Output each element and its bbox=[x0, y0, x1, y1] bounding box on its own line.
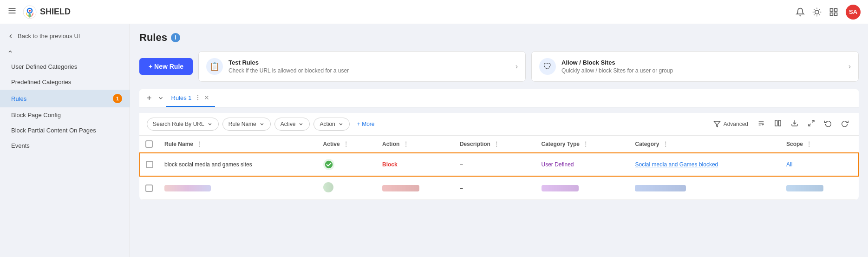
page-header: Rules i bbox=[139, 32, 859, 44]
svg-rect-26 bbox=[775, 120, 777, 126]
blurred-category bbox=[635, 185, 686, 191]
category-type-value: User Defined bbox=[542, 161, 574, 168]
svg-rect-16 bbox=[835, 8, 837, 11]
test-rules-title: Test Rules bbox=[228, 59, 510, 66]
allow-block-card[interactable]: 🛡 Allow / Block Sites Quickly allow / bl… bbox=[531, 51, 859, 82]
table-row: – bbox=[140, 176, 858, 200]
columns-icon[interactable] bbox=[771, 118, 784, 131]
more-filters-button[interactable]: + More bbox=[353, 118, 379, 130]
tabs-dropdown-icon[interactable] bbox=[157, 95, 164, 101]
blurred-rule-name bbox=[164, 185, 211, 191]
advanced-button[interactable]: Advanced bbox=[711, 119, 751, 130]
row2-action bbox=[377, 176, 454, 200]
rule-name-label: Rule Name bbox=[228, 121, 256, 127]
scope-col-header: Scope ⋮ bbox=[781, 136, 858, 153]
main-content: Rules i + New Rule 📋 Test Rules Check if… bbox=[130, 24, 868, 257]
page-title: Rules bbox=[139, 32, 167, 44]
sidebar-item-user-defined[interactable]: User Defined Categories bbox=[0, 59, 130, 74]
advanced-label: Advanced bbox=[724, 121, 748, 127]
select-all-header[interactable] bbox=[140, 136, 159, 153]
avatar[interactable]: SA bbox=[846, 5, 861, 20]
refresh-icon[interactable] bbox=[838, 118, 851, 131]
search-url-filter[interactable]: Search Rule By URL bbox=[147, 118, 219, 131]
row2-check[interactable] bbox=[140, 176, 159, 200]
action-col-menu[interactable]: ⋮ bbox=[403, 141, 409, 147]
app-name: SHIELD bbox=[40, 7, 71, 17]
sidebar-item-rules[interactable]: Rules 1 bbox=[0, 90, 130, 107]
svg-marker-22 bbox=[714, 121, 720, 127]
rule-name-dropdown-icon bbox=[259, 121, 265, 127]
expand-icon[interactable] bbox=[805, 118, 818, 131]
row1-check[interactable] bbox=[140, 153, 159, 176]
row1-description: – bbox=[454, 153, 536, 176]
sidebar-item-block-partial[interactable]: Block Partial Content On Pages bbox=[0, 123, 130, 138]
category-type-col-header: Category Type ⋮ bbox=[536, 136, 630, 153]
active-dropdown-icon bbox=[298, 121, 304, 127]
action-col-header: Action ⋮ bbox=[377, 136, 454, 153]
app-layout: Back to the previous UI Site Access Cont… bbox=[0, 24, 868, 257]
undo-icon[interactable] bbox=[822, 118, 835, 131]
sidebar-item-predefined[interactable]: Predefined Categories bbox=[0, 74, 130, 90]
active-col-menu[interactable]: ⋮ bbox=[343, 141, 349, 147]
scope-col-menu[interactable]: ⋮ bbox=[806, 141, 812, 147]
chevron-right-icon: › bbox=[516, 62, 518, 71]
sidebar-section-site-access[interactable]: Site Access Control bbox=[0, 44, 130, 59]
brightness-icon[interactable] bbox=[812, 7, 822, 17]
row2-checkbox[interactable] bbox=[145, 185, 153, 192]
svg-point-20 bbox=[197, 97, 198, 98]
sidebar-item-label: Predefined Categories bbox=[11, 79, 71, 86]
svg-line-14 bbox=[819, 9, 820, 9]
blurred-active bbox=[323, 182, 333, 192]
category-link[interactable]: Social media and Games blocked bbox=[635, 161, 718, 168]
sidebar-back-button[interactable]: Back to the previous UI bbox=[0, 28, 130, 44]
sidebar-item-block-page[interactable]: Block Page Config bbox=[0, 107, 130, 123]
chevron-up-icon bbox=[7, 49, 13, 54]
table-header: Rule Name ⋮ Active ⋮ Action ⋮ Descript bbox=[140, 136, 858, 153]
action-label: Action bbox=[320, 121, 335, 127]
test-rules-icon: 📋 bbox=[206, 58, 223, 75]
more-label: + More bbox=[357, 121, 375, 127]
svg-point-19 bbox=[197, 95, 198, 96]
active-label: Active bbox=[281, 121, 296, 127]
chevron-right-icon2: › bbox=[848, 62, 851, 71]
action-filter[interactable]: Action bbox=[313, 118, 349, 131]
tab-more-icon[interactable] bbox=[195, 94, 201, 101]
apps-icon[interactable] bbox=[829, 7, 838, 17]
row2-rule-name bbox=[159, 176, 318, 200]
row2-active bbox=[318, 176, 377, 200]
table-container: Search Rule By URL Rule Name Active bbox=[139, 113, 859, 200]
table-toolbar: Search Rule By URL Rule Name Active bbox=[139, 113, 859, 136]
desc-col-menu[interactable]: ⋮ bbox=[494, 141, 499, 147]
sidebar-item-label: User Defined Categories bbox=[11, 63, 77, 70]
tab-close-icon[interactable]: ✕ bbox=[204, 94, 209, 101]
tab-rules1[interactable]: Rules 1 ✕ bbox=[166, 89, 215, 107]
row1-checkbox[interactable] bbox=[146, 161, 153, 168]
download-icon[interactable] bbox=[788, 118, 801, 131]
svg-rect-27 bbox=[778, 120, 781, 126]
menu-icon[interactable] bbox=[7, 6, 17, 18]
select-all-checkbox[interactable] bbox=[145, 140, 153, 148]
blurred-cat-type bbox=[542, 185, 579, 191]
add-tab-button[interactable]: + bbox=[143, 90, 156, 107]
active-col-header: Active ⋮ bbox=[318, 136, 377, 153]
group-icon[interactable] bbox=[755, 118, 768, 131]
row2-category-type bbox=[536, 176, 630, 200]
filter-dropdown-icon bbox=[207, 121, 213, 127]
allow-block-icon: 🛡 bbox=[539, 58, 556, 75]
cat-type-col-menu[interactable]: ⋮ bbox=[583, 141, 588, 147]
notifications-icon[interactable] bbox=[796, 7, 805, 17]
sidebar-item-label: Rules bbox=[11, 95, 26, 102]
rule-name-col-header: Rule Name ⋮ bbox=[159, 136, 318, 153]
row1-action: Block bbox=[377, 153, 454, 176]
scope-value: All bbox=[786, 161, 792, 168]
rule-name-col-menu[interactable]: ⋮ bbox=[196, 141, 202, 147]
rule-name-filter[interactable]: Rule Name bbox=[222, 118, 271, 131]
active-filter[interactable]: Active bbox=[274, 118, 310, 131]
svg-rect-17 bbox=[830, 13, 833, 15]
info-icon[interactable]: i bbox=[171, 33, 180, 42]
sidebar-item-events[interactable]: Events bbox=[0, 138, 130, 153]
test-rules-card[interactable]: 📋 Test Rules Check if the URL is allowed… bbox=[198, 51, 526, 82]
rules-badge: 1 bbox=[113, 94, 122, 103]
cat-col-menu[interactable]: ⋮ bbox=[663, 141, 668, 147]
new-rule-button[interactable]: + New Rule bbox=[139, 58, 193, 75]
